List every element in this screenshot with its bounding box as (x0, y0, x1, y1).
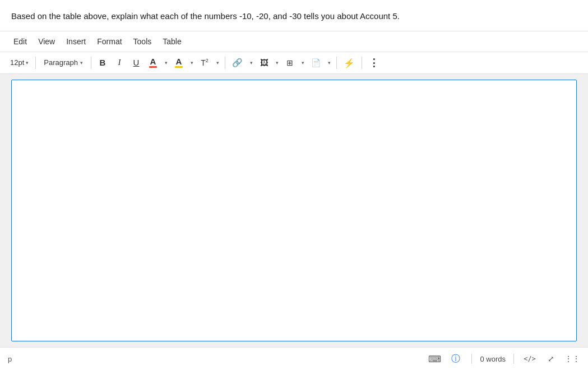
sep-4 (336, 57, 337, 69)
highlight-chevron: ▾ (191, 60, 193, 66)
sep-2 (91, 57, 91, 69)
paragraph-chevron: ▾ (80, 60, 83, 66)
highlight-icon: A (176, 57, 182, 66)
superscript-dropdown[interactable]: ▾ (214, 55, 221, 71)
accessibility-icon: ⓘ (451, 353, 460, 365)
accessibility-button[interactable]: ⓘ (448, 351, 464, 367)
bold-button[interactable]: B (95, 55, 110, 71)
text-color-chevron: ▾ (165, 60, 168, 66)
font-size-group: 12pt ▾ (7, 55, 32, 71)
font-size-selector[interactable]: 12pt ▾ (7, 55, 32, 71)
table-insert-dropdown[interactable]: ▾ (299, 55, 307, 71)
table-insert-icon: ⊞ (286, 58, 293, 67)
code-view-icon: </> (524, 355, 536, 363)
menu-insert[interactable]: Insert (62, 35, 90, 48)
image-button[interactable]: 🖼 (256, 55, 272, 71)
word-count: 0 words (480, 355, 506, 363)
image-chevron: ▾ (276, 60, 279, 66)
table-insert-group: ⊞ ▾ (282, 55, 307, 71)
keyboard-shortcut-button[interactable]: ⌨ (427, 351, 442, 367)
more-options-icon: ⋮ (369, 58, 379, 68)
more-group: ⋮ (365, 55, 382, 71)
doc-chevron: ▾ (328, 60, 331, 66)
menu-format[interactable]: Format (92, 35, 126, 48)
text-color-underline (149, 66, 157, 68)
text-color-icon: A (150, 57, 156, 66)
doc-group: 📄 ▾ (308, 55, 333, 71)
link-chevron: ▾ (250, 60, 253, 66)
special-char-button[interactable]: ⚡ (340, 55, 358, 71)
highlight-button[interactable]: A (171, 55, 187, 71)
question-text: Based on the table above, explain what e… (11, 11, 400, 21)
html-tag-indicator: p (8, 355, 12, 363)
text-color-group: A ▾ (145, 55, 170, 71)
toolbar: 12pt ▾ Paragraph ▾ B I U (0, 52, 588, 74)
status-sep-1 (471, 354, 472, 364)
menu-view[interactable]: View (34, 35, 59, 48)
paragraph-selector[interactable]: Paragraph ▾ (39, 55, 87, 71)
image-icon: 🖼 (260, 58, 268, 67)
doc-dropdown[interactable]: ▾ (325, 55, 333, 71)
superscript-group: T2 ▾ (197, 55, 221, 71)
doc-icon: 📄 (311, 58, 321, 67)
doc-button[interactable]: 📄 (308, 55, 324, 71)
special-group: ⚡ (340, 55, 358, 71)
expand-icon: ⤢ (548, 354, 554, 363)
superscript-button[interactable]: T2 (197, 55, 212, 71)
status-sep-2 (513, 354, 514, 364)
paragraph-group: Paragraph ▾ (39, 55, 87, 71)
link-button[interactable]: 🔗 (229, 55, 246, 71)
italic-button[interactable]: I (112, 55, 127, 71)
link-group: 🔗 ▾ (229, 55, 255, 71)
editor-area-wrapper (0, 74, 588, 348)
special-char-icon: ⚡ (344, 58, 355, 68)
highlight-underline (175, 66, 183, 68)
question-bar: Based on the table above, explain what e… (0, 0, 588, 31)
link-dropdown[interactable]: ▾ (247, 55, 255, 71)
status-right: ⌨ ⓘ 0 words </> ⤢ ⋮⋮ (427, 351, 580, 367)
highlight-group: A ▾ (171, 55, 196, 71)
sep-3 (225, 57, 225, 69)
sep-5 (362, 57, 362, 69)
image-dropdown[interactable]: ▾ (273, 55, 281, 71)
font-size-chevron: ▾ (26, 60, 29, 66)
more-options-button[interactable]: ⋮ (365, 55, 382, 71)
keyboard-icon: ⌨ (428, 354, 441, 364)
image-group: 🖼 ▾ (256, 55, 281, 71)
superscript-icon: T2 (201, 58, 209, 67)
text-color-dropdown[interactable]: ▾ (162, 55, 170, 71)
link-icon: 🔗 (232, 58, 243, 68)
menu-edit[interactable]: Edit (9, 35, 31, 48)
highlight-dropdown[interactable]: ▾ (188, 55, 196, 71)
menu-tools[interactable]: Tools (129, 35, 156, 48)
sep-1 (35, 57, 36, 69)
more-status-button[interactable]: ⋮⋮ (564, 351, 580, 367)
text-format-group: B I U (95, 55, 144, 71)
table-insert-chevron: ▾ (302, 60, 304, 66)
underline-button[interactable]: U (128, 55, 144, 71)
superscript-chevron: ▾ (216, 60, 219, 66)
editor-content[interactable] (11, 80, 577, 342)
code-view-button[interactable]: </> (522, 351, 538, 367)
text-color-button[interactable]: A (145, 55, 161, 71)
expand-button[interactable]: ⤢ (543, 351, 559, 367)
table-insert-button[interactable]: ⊞ (282, 55, 298, 71)
status-bar: p ⌨ ⓘ 0 words </> ⤢ ⋮⋮ (0, 347, 588, 370)
menu-bar: Edit View Insert Format Tools Table (0, 31, 588, 52)
more-status-icon: ⋮⋮ (564, 354, 581, 363)
editor-wrapper: Edit View Insert Format Tools Table 12pt… (0, 31, 588, 371)
menu-table[interactable]: Table (158, 35, 186, 48)
